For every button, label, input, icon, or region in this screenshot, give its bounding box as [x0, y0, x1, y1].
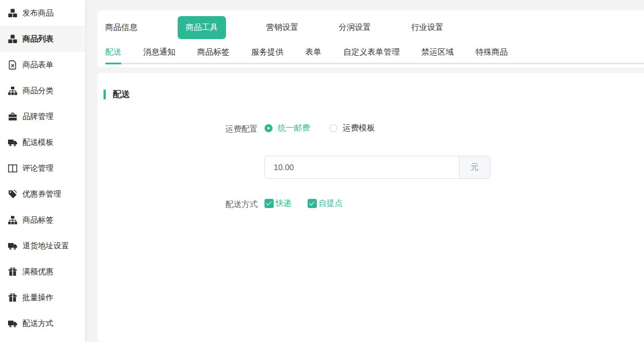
sidebar: 发布商品 商品列表 商品表单 商品分类 品牌管理 配送模板 评论管理: [0, 0, 86, 342]
tab-goods-info[interactable]: 商品信息: [105, 16, 137, 39]
tags-icon: [7, 189, 17, 199]
sidebar-item-label: 配送模板: [22, 137, 53, 148]
radio-freight-template[interactable]: 运费模板: [329, 123, 375, 133]
sidebar-item-brand-manage[interactable]: 品牌管理: [0, 103, 85, 129]
subtab-embargo-area[interactable]: 禁运区域: [421, 47, 454, 63]
section-title: 配送: [103, 89, 644, 100]
radio-unselected-icon[interactable]: [329, 124, 338, 132]
tab-industry-settings[interactable]: 行业设置: [411, 16, 443, 39]
delivery-method-row: 配送方式 快递 自提点: [103, 198, 644, 210]
tab-goods-tools[interactable]: 商品工具: [178, 16, 226, 39]
sidebar-item-label: 评论管理: [22, 163, 53, 174]
main-area: 商品信息 商品工具 营销设置 分润设置 行业设置 配送 消息通知 商品标签 服务…: [98, 0, 644, 342]
sidebar-item-coupon-manage[interactable]: 优惠券管理: [0, 181, 85, 207]
truck-icon: [7, 241, 17, 251]
sitemap-icon: [7, 86, 17, 95]
checkbox-checked-icon[interactable]: [264, 199, 274, 208]
checkbox-self-pickup[interactable]: 自提点: [308, 198, 343, 209]
sidebar-item-return-address[interactable]: 退货地址设置: [0, 233, 85, 259]
freight-radio-group: 统一邮费 运费模板: [264, 123, 375, 133]
sidebar-item-label: 商品标签: [22, 215, 53, 225]
sidebar-item-label: 商品表单: [22, 60, 53, 70]
truck-icon: [7, 318, 17, 328]
sidebar-item-label: 品牌管理: [22, 112, 53, 122]
sub-tab-bar: 配送 消息通知 商品标签 服务提供 表单 自定义表单管理 禁运区域 特殊商品: [105, 47, 644, 64]
subtab-message-notify[interactable]: 消息通知: [143, 47, 175, 63]
sidebar-item-label: 批量操作: [22, 293, 53, 303]
cubes-icon: [7, 34, 17, 44]
sidebar-item-publish-goods[interactable]: 发布商品: [0, 0, 85, 26]
freight-amount-input-group: 元: [264, 156, 490, 179]
sidebar-item-goods-tags[interactable]: 商品标签: [0, 207, 85, 233]
subtab-goods-tags[interactable]: 商品标签: [197, 47, 229, 63]
sidebar-item-label: 优惠券管理: [22, 189, 62, 199]
subtab-service-provide[interactable]: 服务提供: [251, 47, 283, 63]
file-excel-icon: [7, 60, 17, 70]
sidebar-item-label: 发布商品: [22, 8, 53, 18]
tab-profit-settings[interactable]: 分润设置: [339, 16, 371, 39]
radio-selected-icon[interactable]: [264, 124, 273, 132]
tab-marketing-settings[interactable]: 营销设置: [266, 16, 298, 39]
subtab-delivery[interactable]: 配送: [105, 47, 121, 63]
subtab-form[interactable]: 表单: [305, 47, 321, 63]
section-title-bar: [103, 90, 106, 99]
main-tab-bar: 商品信息 商品工具 营销设置 分润设置 行业设置: [105, 16, 644, 39]
delivery-form: 运费配置 统一邮费 运费模板 元: [103, 123, 644, 210]
subtab-special-goods[interactable]: 特殊商品: [476, 47, 508, 63]
checkbox-checked-icon[interactable]: [308, 199, 317, 208]
freight-config-label: 运费配置: [103, 123, 264, 135]
sidebar-item-delivery-method[interactable]: 配送方式: [0, 310, 85, 336]
checkbox-express[interactable]: 快递: [264, 198, 292, 209]
columns-icon: [7, 163, 17, 173]
section-title-text: 配送: [113, 89, 130, 100]
sidebar-item-batch-operation[interactable]: 批量操作: [0, 285, 85, 310]
delivery-checkbox-group: 快递 自提点: [264, 198, 343, 209]
gift-icon: [7, 267, 17, 276]
sidebar-item-label: 商品分类: [22, 86, 53, 96]
sidebar-item-comment-manage[interactable]: 评论管理: [0, 155, 85, 181]
briefcase-icon: [7, 112, 17, 121]
sidebar-item-label: 退货地址设置: [22, 241, 69, 251]
tabs-card: 商品信息 商品工具 营销设置 分润设置 行业设置 配送 消息通知 商品标签 服务…: [98, 10, 644, 67]
gift-icon: [7, 293, 17, 302]
freight-unit-suffix: 元: [459, 156, 490, 178]
freight-amount-row: 元: [103, 156, 644, 179]
sidebar-item-full-discount[interactable]: 满额优惠: [0, 259, 85, 285]
subtab-custom-form-manage[interactable]: 自定义表单管理: [343, 47, 400, 63]
sitemap-icon: [7, 215, 17, 225]
delivery-method-label: 配送方式: [103, 198, 264, 210]
delivery-settings-panel: 配送 运费配置 统一邮费 运费模板: [98, 73, 644, 342]
freight-config-row: 运费配置 统一邮费 运费模板: [103, 123, 644, 135]
radio-uniform-postage[interactable]: 统一邮费: [264, 123, 310, 133]
truck-icon: [7, 137, 17, 147]
sidebar-item-goods-list[interactable]: 商品列表: [0, 26, 85, 52]
sidebar-item-label: 商品列表: [22, 34, 53, 44]
sidebar-item-label: 满额优惠: [22, 267, 53, 277]
sidebar-item-goods-category[interactable]: 商品分类: [0, 78, 85, 103]
freight-amount-input[interactable]: [265, 156, 459, 178]
sidebar-item-goods-form[interactable]: 商品表单: [0, 52, 85, 78]
cubes-icon: [7, 8, 17, 18]
sidebar-item-label: 配送方式: [22, 318, 53, 329]
sidebar-item-delivery-template[interactable]: 配送模板: [0, 129, 85, 155]
